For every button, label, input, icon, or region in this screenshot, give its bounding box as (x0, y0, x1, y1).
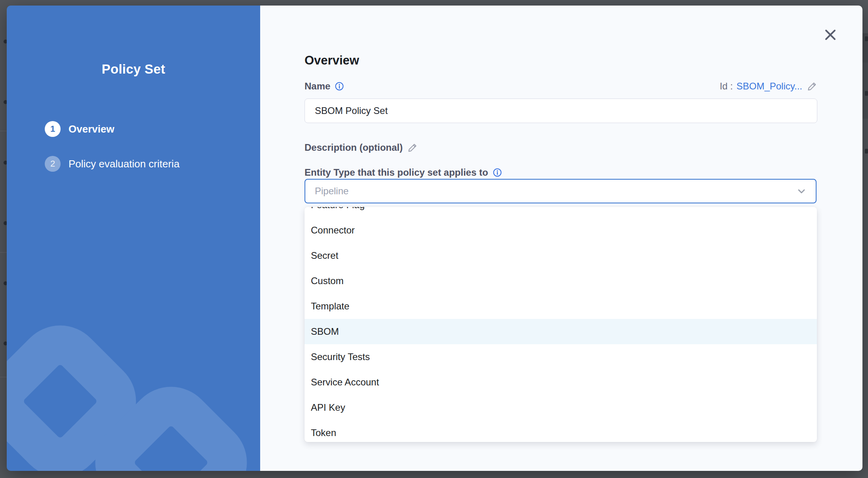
id-value-link[interactable]: SBOM_Policy... (737, 81, 802, 92)
dropdown-item[interactable]: Custom (305, 268, 817, 294)
pencil-icon (407, 142, 418, 153)
dropdown-item[interactable]: API Key (305, 395, 817, 420)
policy-set-dialog: Policy Set 1 Overview 2 Policy evaluatio… (7, 6, 862, 471)
edit-description-button[interactable] (407, 142, 418, 153)
dialog-title: Policy Set (7, 62, 260, 77)
dropdown-item[interactable]: Connector (305, 218, 817, 243)
description-label: Description (optional) (305, 142, 403, 153)
dropdown-item-label: Security Tests (311, 351, 370, 362)
backdrop-mark (865, 36, 868, 41)
entity-type-dropdown-list: Feature Flag Connector Secret Custom Tem… (305, 207, 817, 442)
name-input[interactable] (305, 99, 817, 123)
description-row: Description (optional) (305, 142, 418, 153)
dropdown-item-label: Template (311, 301, 349, 312)
backdrop-mark (865, 149, 868, 154)
entity-type-select[interactable] (305, 179, 817, 203)
info-icon (493, 168, 502, 177)
id-prefix-label: Id : (720, 81, 733, 92)
dropdown-item-label: SBOM (311, 326, 339, 337)
dropdown-item-label: Service Account (311, 377, 379, 388)
step-label: Overview (69, 123, 114, 135)
dropdown-item-label: Feature Flag (311, 207, 365, 211)
dropdown-item-label: Connector (311, 225, 355, 236)
entity-id-display: Id : SBOM_Policy... (720, 81, 817, 92)
close-button[interactable] (822, 27, 838, 43)
dropdown-item[interactable]: Template (305, 294, 817, 319)
wizard-steps: 1 Overview 2 Policy evaluation criteria (45, 121, 179, 191)
name-field-row: Name Id : SBOM_Policy... (305, 81, 817, 92)
panel-heading: Overview (305, 53, 359, 68)
wizard-step-overview[interactable]: 1 Overview (45, 121, 179, 137)
entity-type-label: Entity Type that this policy set applies… (305, 167, 488, 178)
backdrop-divider (0, 377, 7, 377)
backdrop-divider (0, 131, 7, 131)
name-label: Name (305, 81, 330, 92)
dropdown-item-label: API Key (311, 402, 345, 413)
entity-type-select-input[interactable] (314, 185, 796, 197)
chevron-down-icon (796, 186, 807, 197)
dropdown-item[interactable]: Security Tests (305, 344, 817, 370)
step-number-badge: 1 (45, 121, 61, 137)
close-icon (824, 28, 837, 42)
dropdown-item[interactable]: Secret (305, 243, 817, 268)
dropdown-item-label: Custom (311, 275, 344, 286)
backdrop-band (862, 63, 868, 119)
dropdown-item[interactable]: Service Account (305, 370, 817, 395)
overview-step-panel: Overview Name Id : SBOM_Policy... (260, 6, 862, 471)
edit-id-button[interactable] (807, 81, 817, 91)
step-label: Policy evaluation criteria (69, 158, 179, 170)
entity-type-label-row: Entity Type that this policy set applies… (305, 167, 502, 178)
dropdown-item-label: Secret (311, 250, 338, 261)
dropdown-item-label: Token (311, 427, 336, 438)
backdrop-mark (865, 91, 868, 96)
dropdown-item[interactable]: Feature Flag (305, 207, 817, 218)
dropdown-item[interactable]: SBOM (305, 319, 817, 344)
wizard-sidebar: Policy Set 1 Overview 2 Policy evaluatio… (7, 6, 260, 471)
pencil-icon (807, 81, 817, 91)
name-info-trigger[interactable] (335, 82, 344, 91)
entity-type-info-trigger[interactable] (493, 168, 502, 177)
wizard-step-policy-evaluation-criteria[interactable]: 2 Policy evaluation criteria (45, 156, 179, 172)
backdrop-divider (0, 252, 7, 253)
step-number-badge: 2 (45, 156, 61, 172)
info-icon (335, 82, 344, 91)
dropdown-item[interactable]: Token (305, 420, 817, 442)
